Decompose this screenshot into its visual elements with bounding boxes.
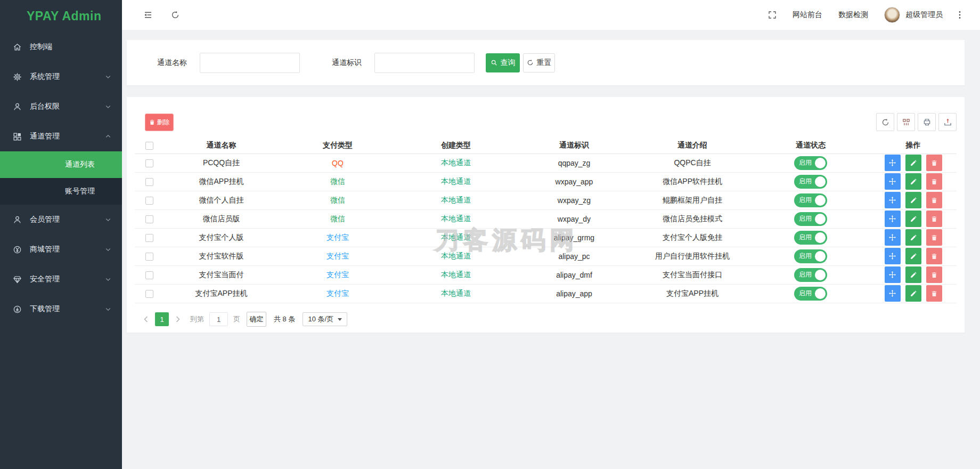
print-button[interactable]	[918, 113, 936, 131]
data-check-link[interactable]: 数据检测	[838, 10, 868, 20]
status-label: 启用	[799, 233, 812, 242]
row-checkbox[interactable]	[145, 197, 153, 205]
collapse-menu-icon[interactable]	[143, 11, 153, 19]
edit-button[interactable]	[905, 248, 921, 264]
kebab-menu-icon[interactable]	[959, 11, 961, 19]
pagination: 1 到第 页 确定 共 8 条 10 条/页	[141, 311, 347, 327]
table-row: 微信店员版 微信 本地通道 wxpay_dy 微信店员免挂模式 启用	[135, 209, 957, 228]
row-checkbox[interactable]	[145, 234, 153, 242]
status-toggle[interactable]: 启用	[794, 287, 827, 301]
status-toggle[interactable]: 启用	[794, 268, 827, 282]
status-toggle[interactable]: 启用	[794, 193, 827, 207]
channel-ident-label: 通道标识	[332, 58, 362, 68]
channel-name-input[interactable]	[200, 53, 300, 73]
sidebar-item-channels[interactable]: 通道管理	[0, 122, 122, 151]
row-checkbox[interactable]	[145, 253, 153, 261]
table-row: 微信APP挂机 微信 本地通道 wxpay_app 微信APP软件挂机 启用	[135, 172, 957, 191]
status-toggle[interactable]: 启用	[794, 231, 827, 245]
edit-button[interactable]	[905, 229, 921, 246]
goto-confirm-button[interactable]: 确定	[247, 312, 266, 327]
print-icon	[923, 118, 931, 126]
move-button[interactable]	[885, 285, 901, 302]
delete-row-button[interactable]	[926, 211, 942, 227]
row-checkbox[interactable]	[145, 271, 153, 279]
sidebar-subitem-account-manage[interactable]: 账号管理	[0, 178, 122, 205]
sidebar-subitem-channel-list[interactable]: 通道列表	[0, 151, 122, 178]
reset-button[interactable]: 重置	[523, 53, 555, 72]
edit-button[interactable]	[905, 266, 921, 283]
move-button[interactable]	[885, 155, 901, 171]
sidebar-item-members[interactable]: 会员管理	[0, 205, 122, 234]
status-toggle[interactable]: 启用	[794, 249, 827, 263]
fullscreen-icon[interactable]	[768, 11, 777, 19]
table-row: 支付宝软件版 支付宝 本地通道 alipay_pc 用户自行使用软件挂机 启用	[135, 247, 957, 265]
per-page-caret-icon	[338, 318, 342, 321]
delete-row-button[interactable]	[926, 155, 942, 171]
sidebar-item-dashboard[interactable]: 控制端	[0, 32, 122, 62]
edit-button[interactable]	[905, 192, 921, 208]
table-refresh-button[interactable]	[876, 113, 894, 131]
app-logo: YPAY Admin	[0, 0, 122, 32]
row-checkbox[interactable]	[145, 159, 153, 167]
move-button[interactable]	[885, 248, 901, 264]
cell-channel-intro: 支付宝个人版免挂	[633, 228, 752, 247]
delete-row-button[interactable]	[926, 192, 942, 208]
cell-channel-intro: 鲲鹏框架用户自挂	[633, 191, 752, 209]
cell-channel-name: PCQQ自挂	[164, 153, 279, 172]
select-all-checkbox[interactable]	[145, 142, 153, 150]
move-button[interactable]	[885, 173, 901, 190]
row-checkbox[interactable]	[145, 215, 153, 223]
status-toggle[interactable]: 启用	[794, 156, 827, 170]
row-checkbox[interactable]	[145, 178, 153, 186]
sidebar-item-permissions[interactable]: 后台权限	[0, 92, 122, 122]
delete-button[interactable]: 删除	[145, 114, 174, 131]
trash-icon	[931, 253, 937, 260]
next-page-icon[interactable]	[173, 316, 183, 322]
cell-pay-type: 微信	[279, 191, 397, 209]
cell-create-type: 本地通道	[397, 209, 515, 228]
query-button[interactable]: 查询	[486, 53, 520, 72]
move-button[interactable]	[885, 229, 901, 246]
move-button[interactable]	[885, 192, 901, 208]
edit-button[interactable]	[905, 173, 921, 190]
user-icon	[13, 215, 22, 224]
delete-row-button[interactable]	[926, 173, 942, 190]
export-button[interactable]	[938, 113, 957, 131]
sidebar-item-mall[interactable]: 商城管理	[0, 234, 122, 264]
delete-row-button[interactable]	[926, 285, 942, 302]
delete-row-button[interactable]	[926, 229, 942, 246]
page-number-button[interactable]: 1	[155, 312, 169, 326]
reset-icon	[527, 59, 534, 66]
goto-label: 到第	[190, 314, 204, 324]
status-toggle[interactable]: 启用	[794, 175, 827, 189]
table-header-row: 通道名称 支付类型 创建类型 通道标识 通道介绍 通道状态 操作	[135, 138, 957, 153]
edit-button[interactable]	[905, 211, 921, 227]
edit-button[interactable]	[905, 285, 921, 302]
move-button[interactable]	[885, 266, 901, 283]
refresh-icon[interactable]	[171, 11, 179, 19]
move-icon	[889, 234, 896, 241]
delete-row-button[interactable]	[926, 266, 942, 283]
row-checkbox[interactable]	[145, 290, 153, 298]
move-button[interactable]	[885, 211, 901, 227]
site-front-link[interactable]: 网站前台	[793, 10, 822, 20]
goto-page-input[interactable]	[209, 312, 228, 326]
prev-page-icon[interactable]	[141, 316, 151, 322]
sidebar-item-system[interactable]: 系统管理	[0, 62, 122, 92]
export-icon	[944, 118, 952, 126]
table-row: PCQQ自挂 QQ 本地通道 qqpay_zg QQPC自挂 启用	[135, 153, 957, 172]
sidebar-item-downloads[interactable]: 下载管理	[0, 294, 122, 324]
channel-ident-input[interactable]	[374, 53, 475, 73]
sidebar-item-security[interactable]: 安全管理	[0, 264, 122, 294]
sidebar-item-label: 系统管理	[30, 72, 60, 82]
delete-row-button[interactable]	[926, 248, 942, 264]
user-menu[interactable]: 超级管理员	[884, 7, 943, 23]
col-header: 通道介绍	[633, 138, 752, 153]
per-page-select[interactable]: 10 条/页	[303, 312, 347, 326]
cell-create-type: 本地通道	[397, 172, 515, 191]
status-toggle[interactable]: 启用	[794, 212, 827, 226]
filter-columns-button[interactable]	[897, 113, 915, 131]
cell-channel-intro: 支付宝APP挂机	[633, 284, 752, 303]
status-label: 启用	[799, 158, 812, 167]
edit-button[interactable]	[905, 155, 921, 171]
